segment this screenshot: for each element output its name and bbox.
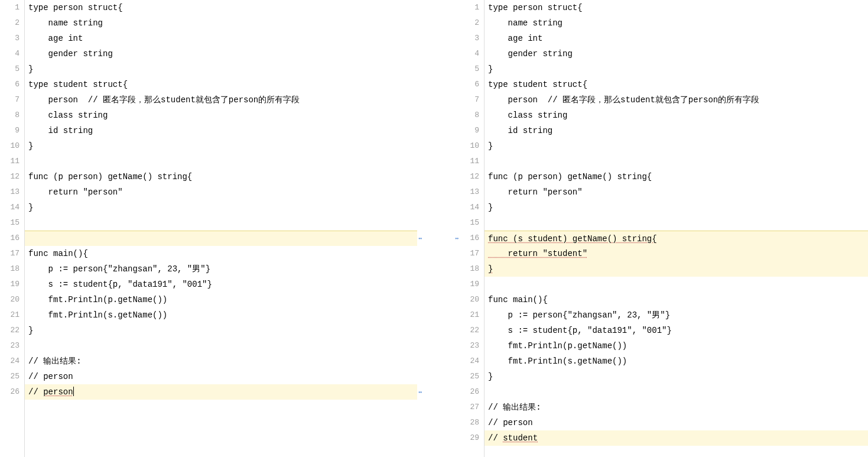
code-line[interactable]: p := person{"zhangsan", 23, "男"} xyxy=(485,307,868,323)
code-line[interactable]: return "person" xyxy=(25,184,417,200)
line-number: 26 xyxy=(460,384,479,400)
line-number: 19 xyxy=(0,277,19,292)
line-number: 11 xyxy=(0,154,19,169)
code-line[interactable]: return "person" xyxy=(485,184,868,200)
line-number: 25 xyxy=(0,369,19,384)
code-line[interactable]: gender string xyxy=(485,46,868,61)
left-editor-pane: 1234567891011121314151617181920212223242… xyxy=(0,0,417,457)
code-line[interactable]: fmt.Println(p.getName()) xyxy=(25,292,417,307)
code-line[interactable] xyxy=(25,215,417,231)
code-line[interactable]: person // 匿名字段，那么student就包含了person的所有字段 xyxy=(485,92,868,108)
code-line[interactable]: } xyxy=(485,369,868,384)
code-line[interactable]: // person xyxy=(25,369,417,384)
line-number: 14 xyxy=(460,200,479,215)
code-line[interactable]: } xyxy=(485,200,868,215)
code-line[interactable]: class string xyxy=(25,108,417,123)
code-line[interactable]: // 输出结果: xyxy=(485,400,868,415)
code-line[interactable]: fmt.Println(s.getName()) xyxy=(485,354,868,369)
line-number: 19 xyxy=(460,277,479,292)
code-line[interactable]: // person xyxy=(485,415,868,430)
line-number: 20 xyxy=(460,292,479,307)
line-number: 14 xyxy=(0,200,19,215)
line-number: 16 xyxy=(0,231,19,246)
code-line[interactable]: // 输出结果: xyxy=(25,354,417,369)
line-number: 21 xyxy=(0,307,19,323)
code-line[interactable] xyxy=(25,338,417,354)
line-number: 17 xyxy=(0,246,19,261)
code-line[interactable]: person // 匿名字段，那么student就包含了person的所有字段 xyxy=(25,92,417,108)
line-number: 10 xyxy=(0,138,19,154)
code-line[interactable] xyxy=(485,154,868,169)
code-line[interactable]: return "student" xyxy=(485,246,868,261)
code-line[interactable]: name string xyxy=(25,15,417,31)
line-number: 13 xyxy=(460,184,479,200)
diff-text: func (s student) getName() string{ xyxy=(488,234,657,244)
code-line[interactable]: func main(){ xyxy=(485,292,868,307)
diff-marker-icon: ↭ xyxy=(418,390,422,396)
code-line[interactable]: // person xyxy=(25,384,417,400)
left-code-area[interactable]: type person struct{ name string age int … xyxy=(25,0,417,457)
line-number: 25 xyxy=(460,369,479,384)
code-line[interactable]: } xyxy=(485,61,868,77)
code-line[interactable] xyxy=(485,277,868,292)
code-line[interactable]: fmt.Println(p.getName()) xyxy=(485,338,868,354)
code-line[interactable]: age int xyxy=(485,31,868,46)
spacer-left-col: ↭ ↭ xyxy=(417,0,427,457)
line-number: 24 xyxy=(460,354,479,369)
code-line[interactable]: } xyxy=(485,138,868,154)
line-number: 5 xyxy=(0,61,19,77)
line-number: 13 xyxy=(0,184,19,200)
line-number: 28 xyxy=(460,415,479,430)
line-number: 22 xyxy=(0,323,19,338)
code-line[interactable]: } xyxy=(485,261,868,277)
code-line[interactable]: } xyxy=(25,138,417,154)
line-number: 15 xyxy=(460,215,479,231)
line-number: 15 xyxy=(0,215,19,231)
line-number: 9 xyxy=(0,123,19,138)
code-line[interactable]: class string xyxy=(485,108,868,123)
code-line[interactable]: // student xyxy=(485,430,868,446)
diff-marker-icon: ↭ xyxy=(418,236,422,242)
code-line[interactable]: s := student{p, "data191", "001"} xyxy=(485,323,868,338)
code-line[interactable]: } xyxy=(25,200,417,215)
line-number: 6 xyxy=(460,77,479,92)
line-number: 4 xyxy=(460,46,479,61)
code-line[interactable] xyxy=(485,384,868,400)
code-line[interactable]: id string xyxy=(485,123,868,138)
code-line[interactable]: s := student{p, "data191", "001"} xyxy=(25,277,417,292)
code-line[interactable]: gender string xyxy=(25,46,417,61)
code-line[interactable]: type student struct{ xyxy=(25,77,417,92)
code-text: // xyxy=(488,433,503,443)
code-line[interactable]: p := person{"zhangsan", 23, "男"} xyxy=(25,261,417,277)
line-number: 4 xyxy=(0,46,19,61)
code-line[interactable]: id string xyxy=(25,123,417,138)
code-line[interactable]: func main(){ xyxy=(25,246,417,261)
line-number: 18 xyxy=(0,261,19,277)
code-line[interactable]: } xyxy=(25,323,417,338)
line-number: 8 xyxy=(460,108,479,123)
code-line[interactable] xyxy=(25,231,417,246)
code-line[interactable] xyxy=(25,154,417,169)
line-number: 23 xyxy=(460,338,479,354)
diff-marker-icon: ↭ xyxy=(455,236,459,242)
code-line[interactable]: fmt.Println(s.getName()) xyxy=(25,307,417,323)
code-line[interactable]: type person struct{ xyxy=(25,0,417,15)
line-number: 23 xyxy=(0,338,19,354)
code-line[interactable]: func (p person) getName() string{ xyxy=(25,169,417,184)
diff-text: person xyxy=(43,387,73,397)
code-line[interactable]: } xyxy=(25,61,417,77)
code-line[interactable]: type person struct{ xyxy=(485,0,868,15)
right-code-area[interactable]: type person struct{ name string age int … xyxy=(485,0,868,457)
right-editor-pane: 1234567891011121314151617181920212223242… xyxy=(460,0,868,457)
line-number: 1 xyxy=(460,0,479,15)
diff-text: return "student" xyxy=(488,249,587,258)
code-line[interactable]: func (s student) getName() string{ xyxy=(485,231,868,246)
code-line[interactable]: func (p person) getName() string{ xyxy=(485,169,868,184)
code-line[interactable] xyxy=(485,215,868,231)
code-line[interactable]: type student struct{ xyxy=(485,77,868,92)
line-number: 16 xyxy=(460,231,479,246)
code-line[interactable]: name string xyxy=(485,15,868,31)
code-line[interactable]: age int xyxy=(25,31,417,46)
line-number: 3 xyxy=(0,31,19,46)
code-text: // xyxy=(28,387,43,397)
